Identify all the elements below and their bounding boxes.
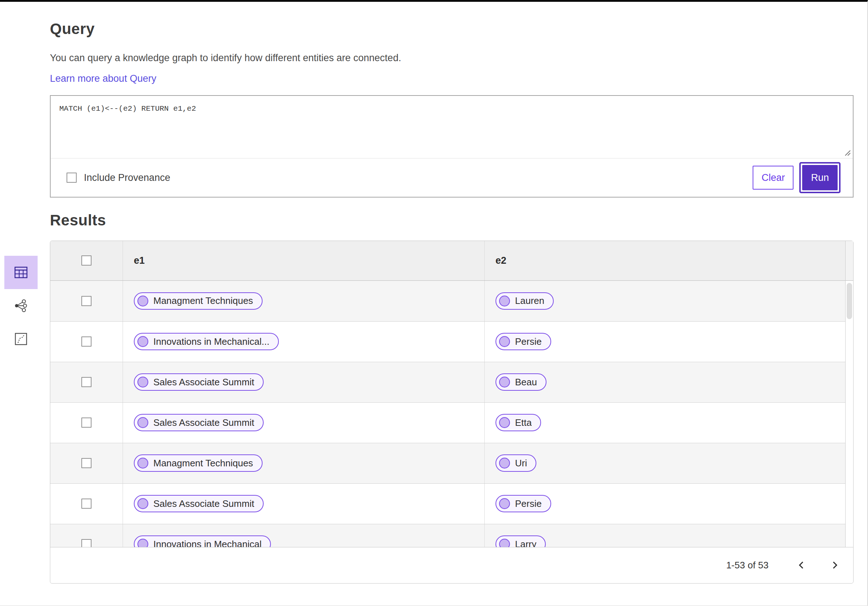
row-checkbox[interactable] (81, 336, 91, 347)
entity-pill-e1[interactable]: Sales Associate Summit (134, 495, 264, 512)
select-all-checkbox[interactable] (81, 255, 91, 266)
entity-node-icon (499, 336, 510, 347)
chart-icon (15, 333, 27, 345)
page: Query You can query a knowledge graph to… (0, 0, 868, 606)
cell-e2: Etta (484, 402, 853, 443)
entity-pill-e1[interactable]: Innovations in Mechanical (134, 535, 271, 547)
clear-button[interactable]: Clear (753, 166, 794, 190)
include-provenance-checkbox[interactable] (67, 172, 77, 183)
row-select-cell (50, 484, 122, 524)
entity-node-icon (138, 458, 148, 469)
row-select-cell (50, 362, 122, 402)
entity-pill-e2[interactable]: Lauren (496, 292, 554, 310)
entity-node-icon (138, 539, 148, 547)
cell-e2: Persie (484, 484, 853, 524)
row-select-cell (50, 322, 122, 362)
cell-e1: Sales Associate Summit (122, 362, 484, 402)
entity-pill-e2[interactable]: Beau (496, 373, 547, 391)
table-row: Innovations in Mechanical... Persie (50, 321, 853, 362)
table-header-row: e1 e2 (50, 241, 853, 281)
entity-node-icon (499, 295, 510, 306)
row-checkbox[interactable] (81, 499, 91, 509)
table-icon (14, 267, 28, 278)
cell-e1: Sales Associate Summit (122, 402, 484, 443)
row-checkbox[interactable] (81, 539, 91, 547)
network-icon (14, 299, 28, 312)
view-chart-button[interactable] (4, 322, 37, 356)
entity-label: Managment Techniques (153, 295, 253, 306)
entity-node-icon (499, 458, 510, 469)
row-select-cell (50, 281, 122, 321)
view-table-button[interactable] (4, 256, 37, 289)
page-title: Query (50, 20, 854, 38)
table-body: Managment Techniques Lauren Innovations … (50, 281, 853, 547)
cell-e1: Innovations in Mechanical (122, 524, 484, 547)
entity-node-icon (138, 336, 148, 347)
entity-node-icon (138, 417, 148, 428)
cell-e1: Managment Techniques (122, 281, 484, 321)
entity-label: Sales Associate Summit (153, 417, 254, 428)
include-provenance-label: Include Provenance (84, 172, 170, 183)
learn-more-link[interactable]: Learn more about Query (50, 73, 156, 84)
column-header-e2[interactable]: e2 (484, 241, 853, 280)
entity-label: Uri (515, 458, 527, 469)
entity-node-icon (499, 539, 510, 547)
prev-page-button[interactable] (795, 559, 808, 571)
entity-pill-e1[interactable]: Innovations in Mechanical... (134, 333, 279, 350)
entity-node-icon (138, 295, 148, 306)
row-checkbox[interactable] (81, 296, 91, 306)
row-select-cell (50, 402, 122, 443)
entity-pill-e2[interactable]: Uri (496, 454, 536, 472)
cell-e2: Uri (484, 443, 853, 483)
entity-pill-e1[interactable]: Sales Associate Summit (134, 414, 264, 431)
run-button-focus-ring: Run (799, 162, 840, 193)
chevron-left-icon (798, 561, 805, 569)
entity-label: Sales Associate Summit (153, 377, 254, 388)
entity-node-icon (499, 417, 510, 428)
entity-label: Innovations in Mechanical... (153, 336, 270, 347)
cell-e2: Lauren (484, 281, 853, 321)
run-button[interactable]: Run (802, 165, 838, 190)
row-checkbox[interactable] (81, 377, 91, 387)
column-header-e1[interactable]: e1 (122, 241, 484, 280)
view-network-button[interactable] (4, 289, 37, 322)
row-checkbox[interactable] (81, 418, 91, 427)
cell-e2: Beau (484, 362, 853, 402)
table-scrollbar[interactable] (845, 241, 853, 547)
resize-handle-icon[interactable] (842, 148, 851, 156)
select-all-cell (50, 241, 122, 280)
next-page-button[interactable] (829, 559, 841, 571)
view-switcher (4, 256, 37, 356)
chevron-right-icon (831, 561, 839, 569)
query-editor-area: MATCH (e1)<--(e2) RETURN e1,e2 (51, 96, 853, 158)
entity-pill-e2[interactable]: Larry (496, 535, 546, 547)
entity-pill-e1[interactable]: Sales Associate Summit (134, 373, 264, 391)
entity-pill-e1[interactable]: Managment Techniques (134, 454, 263, 472)
table-row: Managment Techniques Uri (50, 443, 853, 483)
main-content: Query You can query a knowledge graph to… (50, 2, 854, 584)
entity-pill-e2[interactable]: Etta (496, 414, 541, 431)
entity-label: Beau (515, 377, 537, 388)
results-table-panel: e1 e2 Managment Techniques Lauren (50, 241, 854, 584)
cell-e1: Managment Techniques (122, 443, 484, 483)
table-row: Sales Associate Summit Etta (50, 402, 853, 443)
query-input[interactable]: MATCH (e1)<--(e2) RETURN e1,e2 (51, 96, 853, 158)
entity-label: Managment Techniques (153, 458, 253, 469)
results-title: Results (50, 211, 854, 229)
entity-label: Etta (515, 417, 532, 428)
entity-pill-e2[interactable]: Persie (496, 495, 551, 512)
entity-node-icon (138, 498, 148, 509)
entity-pill-e2[interactable]: Persie (496, 333, 551, 350)
entity-label: Lauren (515, 295, 544, 306)
entity-node-icon (499, 498, 510, 509)
scrollbar-thumb[interactable] (847, 283, 852, 319)
entity-node-icon (499, 377, 510, 387)
entity-label: Sales Associate Summit (153, 498, 254, 510)
table-footer: 1-53 of 53 (50, 547, 853, 583)
query-actions-bar: Include Provenance Clear Run (51, 158, 853, 197)
entity-label: Persie (515, 336, 542, 347)
page-description: You can query a knowledge graph to ident… (50, 53, 854, 64)
row-checkbox[interactable] (81, 458, 91, 468)
entity-pill-e1[interactable]: Managment Techniques (134, 292, 263, 310)
table-row: Sales Associate Summit Persie (50, 483, 853, 524)
